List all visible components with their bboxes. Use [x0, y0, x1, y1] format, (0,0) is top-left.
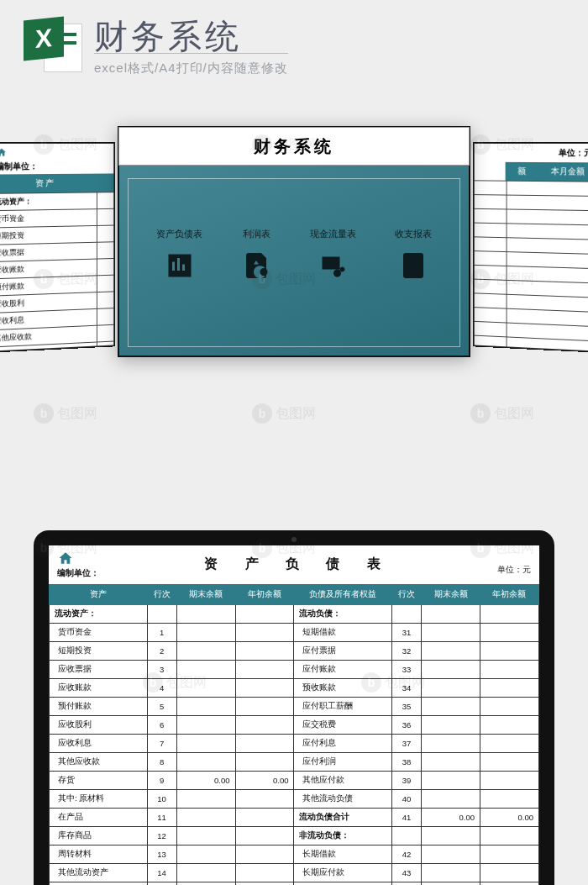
table-row: 其他流动资产14长期应付款43: [50, 864, 539, 882]
report-search-icon: [241, 250, 271, 281]
col-line2: 行次: [392, 585, 422, 605]
table-row: 其他应收款8应付利润38: [50, 753, 539, 772]
nav-label: 利润表: [243, 228, 270, 240]
table-row: 流动资产合计15递延收益44: [50, 882, 539, 886]
divider: [94, 53, 288, 54]
col-liab: 负债及所有者权益: [294, 585, 392, 605]
col-asset: 资产: [50, 585, 148, 605]
page-subtitle: excel格式/A4打印/内容随意修改: [94, 61, 288, 76]
col-end: 期末余额: [176, 585, 235, 605]
nav-label: 现金流量表: [310, 228, 356, 240]
balance-sheet-table: 资产 行次 期末余额 年初余额 负债及所有者权益 行次 期末余额 年初余额 流动…: [49, 584, 539, 885]
camera-icon: [291, 537, 297, 542]
unit-label: 单位：元: [559, 147, 588, 159]
table-row: [475, 180, 588, 196]
col-begin2: 年初余额: [480, 585, 538, 605]
ledger-icon: [398, 250, 428, 281]
table-row: 应收票据3应付账款33: [50, 661, 539, 679]
table-row: 货币资金1短期借款31: [50, 624, 539, 642]
nav-label: 收支报表: [395, 228, 432, 240]
table-row: 货币资金: [0, 208, 113, 228]
right-h2: 本月金额: [538, 162, 588, 182]
nav-income[interactable]: 收支报表: [395, 228, 432, 281]
home-icon[interactable]: [57, 550, 74, 566]
right-h1: 额: [506, 162, 538, 181]
table-header-row: 资产 行次 期末余额 年初余额 负债及所有者权益 行次 期末余额 年初余额: [50, 585, 539, 605]
table-row: 应收利息7应付利息37: [50, 735, 539, 753]
table-row: 短期投资: [0, 225, 113, 245]
bar-chart-icon: [165, 250, 195, 281]
nav-cashflow[interactable]: 现金流量表: [310, 228, 356, 281]
home-icon: [0, 147, 8, 157]
nav-profit[interactable]: 利润表: [241, 228, 271, 281]
table-row: [475, 194, 588, 210]
table-row: 周转材料13长期借款42: [50, 845, 539, 864]
table-row: 应收票据: [0, 241, 113, 261]
org-label: 编制单位：: [57, 567, 99, 579]
col-begin: 年初余额: [235, 585, 294, 605]
preview-card-right: 单位：元 额 本月金额: [474, 143, 588, 352]
nav-label: 资产负债表: [156, 228, 202, 240]
table-row: 短期投资2应付票据32: [50, 642, 539, 661]
hero-header: X 财务系统 excel格式/A4打印/内容随意修改: [0, 0, 588, 92]
table-row: [475, 223, 588, 240]
table-row: 应收账款4预收账款34: [50, 679, 539, 698]
center-dashboard: 财务系统 资产负债表 利润表 现金流量表 收支报表: [118, 126, 470, 357]
table-row: 应收股利6应交税费36: [50, 716, 539, 735]
excel-letter: X: [35, 24, 52, 54]
laptop-screen: 编制单位： 资 产 负 债 表 单位：元 资产 行次 期末余额 年初余额 负债及…: [49, 545, 539, 885]
laptop-mockup: 编制单位： 资 产 负 债 表 单位：元 资产 行次 期末余额 年初余额 负债及…: [34, 530, 554, 885]
unit-label: 单位：元: [497, 550, 531, 576]
page-title: 财务系统: [94, 19, 288, 53]
cash-icon: [318, 250, 349, 281]
table-row: 存货90.000.00其他应付款39: [50, 772, 539, 790]
nav-balance-sheet[interactable]: 资产负债表: [156, 228, 202, 281]
table-row: 其中: 原材料10其他流动负债40: [50, 790, 539, 809]
table-row: [475, 208, 588, 225]
excel-icon: X: [24, 18, 82, 77]
dashboard-title: 财务系统: [118, 127, 470, 166]
sheet-title: 资 产 负 债 表: [99, 550, 497, 573]
table-row: 流动资产：流动负债：: [50, 605, 539, 624]
preview-card-left: 编制单位： 资 产 流动资产：货币资金短期投资应收票据应收账款预付账款应收股利应…: [0, 143, 114, 352]
left-header: 资 产: [0, 174, 97, 193]
col-end2: 期末余额: [422, 585, 480, 605]
preview-stage: 编制单位： 资 产 流动资产：货币资金短期投资应收票据应收账款预付账款应收股利应…: [0, 126, 588, 378]
table-row: 预付账款5应付职工薪酬35: [50, 698, 539, 716]
table-row: 流动资产：: [0, 192, 113, 210]
table-row: 库存商品12非流动负债：: [50, 827, 539, 845]
table-row: 在产品11流动负债合计410.000.00: [50, 809, 539, 827]
org-label: 编制单位：: [0, 161, 113, 175]
col-line: 行次: [147, 585, 176, 605]
